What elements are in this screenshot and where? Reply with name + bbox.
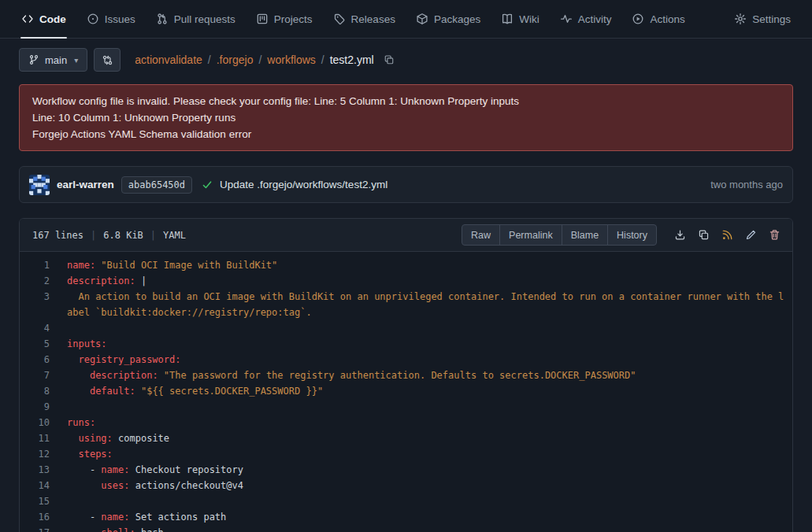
code-line: 3 An action to build an OCI image with B… xyxy=(20,289,784,320)
nav-tab-wiki[interactable]: Wiki xyxy=(491,0,550,38)
breadcrumb-link-actionvalidate[interactable]: actionvalidate xyxy=(135,54,202,66)
line-content: inputs: xyxy=(67,336,784,352)
copy-icon xyxy=(698,229,710,241)
delete-button[interactable] xyxy=(764,225,784,246)
avatar[interactable] xyxy=(29,175,50,195)
line-number[interactable]: 12 xyxy=(20,446,67,462)
line-number[interactable]: 8 xyxy=(20,383,67,399)
nav-tab-label: Actions xyxy=(650,13,684,25)
download-button[interactable] xyxy=(669,225,690,246)
branch-selector[interactable]: main ▾ xyxy=(19,48,87,72)
line-number[interactable]: 3 xyxy=(20,289,67,320)
line-content: name: "Build OCI Image with BuildKit" xyxy=(67,257,784,273)
tag-icon xyxy=(333,13,346,25)
breadcrumb-separator: / xyxy=(321,54,324,66)
line-content xyxy=(67,320,784,336)
line-content: steps: xyxy=(67,446,784,462)
book-icon xyxy=(501,13,514,25)
breadcrumb-current-file: test2.yml xyxy=(330,54,374,66)
code-line: 6 registry_password: xyxy=(20,352,784,368)
line-content: - name: Set actions path xyxy=(67,509,784,525)
code-line: 4 xyxy=(20,320,784,336)
error-banner-line: Line: 10 Column 1: Unknown Property runs xyxy=(32,109,780,126)
line-number[interactable]: 7 xyxy=(20,368,67,383)
nav-spacer xyxy=(695,0,724,38)
permalink-button[interactable]: Permalink xyxy=(499,224,562,246)
line-content xyxy=(67,399,784,415)
code-line: 15 xyxy=(20,493,784,509)
line-number[interactable]: 10 xyxy=(20,415,67,430)
compare-button[interactable] xyxy=(94,48,121,72)
meta-separator: | xyxy=(91,230,96,241)
nav-tab-label: Projects xyxy=(274,13,313,25)
issue-opened-icon xyxy=(87,13,99,25)
project-board-icon xyxy=(256,13,269,25)
line-number[interactable]: 15 xyxy=(20,493,67,509)
breadcrumb-separator: / xyxy=(208,54,211,66)
line-content: - name: Checkout repository xyxy=(67,462,784,478)
line-content xyxy=(67,493,784,509)
latest-commit-bar: earl-warren abab65450d Update .forgejo/w… xyxy=(19,166,793,203)
line-number[interactable]: 2 xyxy=(20,273,67,289)
line-content: shell: bash xyxy=(67,525,784,532)
compare-icon-slot xyxy=(102,54,113,66)
git-branch-icon xyxy=(28,54,39,65)
nav-tab-label: Packages xyxy=(434,13,480,25)
nav-tab-issues[interactable]: Issues xyxy=(76,0,146,38)
code-line: 7 description: "The password for the reg… xyxy=(20,368,784,383)
history-button[interactable]: History xyxy=(607,224,657,246)
line-number[interactable]: 5 xyxy=(20,336,67,352)
nav-tab-releases[interactable]: Releases xyxy=(323,0,406,38)
nav-tab-pull-requests[interactable]: Pull requests xyxy=(146,0,246,38)
nav-tab-actions[interactable]: Actions xyxy=(621,0,695,38)
nav-tab-label: Settings xyxy=(752,13,791,25)
nav-tab-activity[interactable]: Activity xyxy=(550,0,622,38)
commit-status-check-icon[interactable] xyxy=(202,179,213,190)
nav-tab-code[interactable]: Code xyxy=(11,0,76,38)
blame-button[interactable]: Blame xyxy=(562,224,608,246)
code-line: 8 default: "${{ secrets.DOCKER_PASSWORD … xyxy=(20,383,784,399)
line-number[interactable]: 13 xyxy=(20,462,67,478)
branch-name: main xyxy=(45,54,67,66)
copy-path-button[interactable] xyxy=(382,53,396,67)
rss-button[interactable] xyxy=(717,225,737,246)
code-viewer: 1name: "Build OCI Image with BuildKit"2d… xyxy=(20,252,792,532)
file-toolbar: main ▾ actionvalidate/.forgejo/workflows… xyxy=(0,39,812,72)
raw-button[interactable]: Raw xyxy=(462,224,500,246)
nav-tab-label: Wiki xyxy=(519,13,539,25)
meta-separator: | xyxy=(150,230,156,241)
code-line: 13 - name: Checkout repository xyxy=(20,462,784,478)
file-line-count: 167 lines xyxy=(32,230,83,241)
line-content: default: "${{ secrets.DOCKER_PASSWORD }}… xyxy=(67,383,784,399)
line-content: using: composite xyxy=(67,430,784,446)
git-compare-icon xyxy=(102,54,113,66)
delete-icon xyxy=(769,229,780,241)
line-number[interactable]: 11 xyxy=(20,430,67,446)
commit-message[interactable]: Update .forgejo/workflows/test2.yml xyxy=(220,179,387,190)
edit-button[interactable] xyxy=(740,225,761,246)
nav-tab-packages[interactable]: Packages xyxy=(406,0,491,38)
breadcrumb-link--forgejo[interactable]: .forgejo xyxy=(217,54,254,66)
line-number[interactable]: 6 xyxy=(20,352,67,368)
error-banner-line: Forgejo Actions YAML Schema validation e… xyxy=(32,126,780,142)
file-action-icons xyxy=(669,225,784,246)
line-number[interactable]: 14 xyxy=(20,478,67,493)
line-number[interactable]: 17 xyxy=(20,525,67,532)
line-number[interactable]: 4 xyxy=(20,320,67,336)
download-icon xyxy=(674,229,686,241)
line-content: uses: actions/checkout@v4 xyxy=(67,478,784,493)
commit-hash-button[interactable]: abab65450d xyxy=(121,176,192,194)
copy-button[interactable] xyxy=(693,225,714,246)
line-content: description: "The password for the regis… xyxy=(67,368,784,383)
nav-tab-projects[interactable]: Projects xyxy=(246,0,323,38)
line-number[interactable]: 16 xyxy=(20,509,67,525)
code-line: 16 - name: Set actions path xyxy=(20,509,784,525)
branch-icon-slot xyxy=(28,54,39,65)
line-number[interactable]: 9 xyxy=(20,399,67,415)
commit-author[interactable]: earl-warren xyxy=(57,179,114,190)
code-line: 2description: | xyxy=(20,273,784,289)
line-number[interactable]: 1 xyxy=(20,257,67,273)
breadcrumb-link-workflows[interactable]: workflows xyxy=(267,54,315,66)
nav-tab-settings[interactable]: Settings xyxy=(724,0,801,38)
code-line: 14 uses: actions/checkout@v4 xyxy=(20,478,784,493)
